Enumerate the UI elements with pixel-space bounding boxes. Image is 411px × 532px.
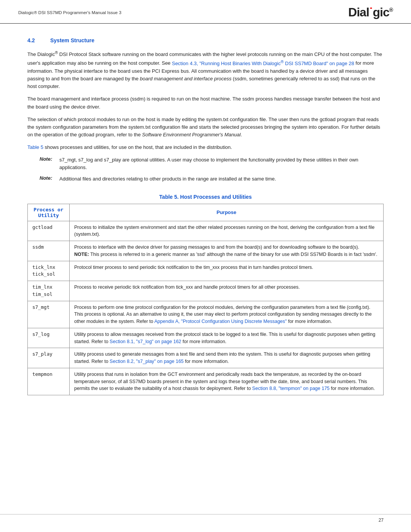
purpose-tim: Process to receive periodic tick notific…: [70, 281, 384, 301]
col-header-purpose: Purpose: [70, 204, 384, 221]
table-title: Table 5. Host Processes and Utilities: [27, 194, 384, 200]
link-s7play[interactable]: Section 8.2, "s7_play" on page 165: [110, 359, 183, 364]
table-row: tim_lnxtim_sol Process to receive period…: [28, 281, 384, 301]
section-number: 4.2: [27, 37, 41, 43]
page-number: 27: [379, 518, 384, 523]
link-appendixa[interactable]: Appendix A, "Protocol Configuration Usin…: [155, 319, 287, 324]
section-title: System Structure: [50, 37, 94, 43]
purpose-gctload: Process to initialize the system environ…: [70, 221, 384, 241]
purpose-tick: Protocol timer process to send periodic …: [70, 261, 384, 281]
paragraph-2: The board management and interface proce…: [27, 95, 384, 110]
process-s7mgt: s7_mgt: [28, 301, 70, 328]
process-ssdm: ssdm: [28, 241, 70, 261]
table-row: tempmon Utility process that runs in iso…: [28, 368, 384, 395]
logo: Dial˙gic®: [348, 5, 393, 19]
note-1: Note: s7_mgt, s7_log and s7_play are opt…: [27, 156, 384, 171]
header: Dialogic® DSI SS7MD Programmer's Manual …: [0, 0, 411, 24]
table-row: ssdm Process to interface with the devic…: [28, 241, 384, 261]
section-heading: 4.2 System Structure: [27, 37, 384, 43]
link-table5[interactable]: Table 5: [27, 144, 43, 150]
note-1-text: s7_mgt, s7_log and s7_play are optional …: [59, 156, 384, 171]
process-tick: tick_lnxtick_sol: [28, 261, 70, 281]
process-s7play: s7_play: [28, 348, 70, 368]
logo-text: Dial: [348, 5, 369, 19]
table-row: gctload Process to initialize the system…: [28, 221, 384, 241]
paragraph-4: Table 5 shows processes and utilities, f…: [27, 144, 384, 151]
paragraph-3: The selection of which protocol modules …: [27, 116, 384, 139]
note-1-label: Note:: [40, 156, 59, 171]
host-processes-table: Process orUtility Purpose gctload Proces…: [27, 204, 384, 396]
content-area: 4.2 System Structure The Dialogic® DSI P…: [0, 24, 411, 426]
purpose-s7log: Utility process to allow messages receiv…: [70, 328, 384, 348]
link-tempmon[interactable]: Section 8.8, "tempmon" on page 175: [252, 386, 330, 391]
page: Dialogic® DSI SS7MD Programmer's Manual …: [0, 0, 411, 532]
table-row: tick_lnxtick_sol Protocol timer process …: [28, 261, 384, 281]
ssdm-note: NOTE:: [74, 252, 89, 257]
note-2-label: Note:: [40, 175, 59, 183]
table-row: s7_play Utility process used to generate…: [28, 348, 384, 368]
table-row: s7_log Utility process to allow messages…: [28, 328, 384, 348]
process-gctload: gctload: [28, 221, 70, 241]
paragraph-1: The Dialogic® DSI Protocol Stack softwar…: [27, 50, 384, 90]
table-row: s7_mgt Process to perform one time proto…: [28, 301, 384, 328]
table-header-row: Process orUtility Purpose: [28, 204, 384, 221]
header-title: Dialogic® DSI SS7MD Programmer's Manual …: [18, 10, 121, 15]
footer: 27: [0, 514, 411, 523]
purpose-s7play: Utility process used to generate message…: [70, 348, 384, 368]
link-section43[interactable]: Section 4.3, "Running Host Binaries With…: [172, 61, 354, 66]
process-s7log: s7_log: [28, 328, 70, 348]
process-tempmon: tempmon: [28, 368, 70, 395]
purpose-tempmon: Utility process that runs in isolation f…: [70, 368, 384, 395]
note-2-text: Additional files and directories relatin…: [59, 175, 276, 183]
purpose-ssdm: Process to interface with the device dri…: [70, 241, 384, 261]
col-header-process: Process orUtility: [28, 204, 70, 221]
note-2: Note: Additional files and directories r…: [27, 175, 384, 183]
purpose-s7mgt: Process to perform one time protocol con…: [70, 301, 384, 328]
link-s7log[interactable]: Section 8.1, "s7_log" on page 162: [110, 339, 181, 344]
process-tim: tim_lnxtim_sol: [28, 281, 70, 301]
